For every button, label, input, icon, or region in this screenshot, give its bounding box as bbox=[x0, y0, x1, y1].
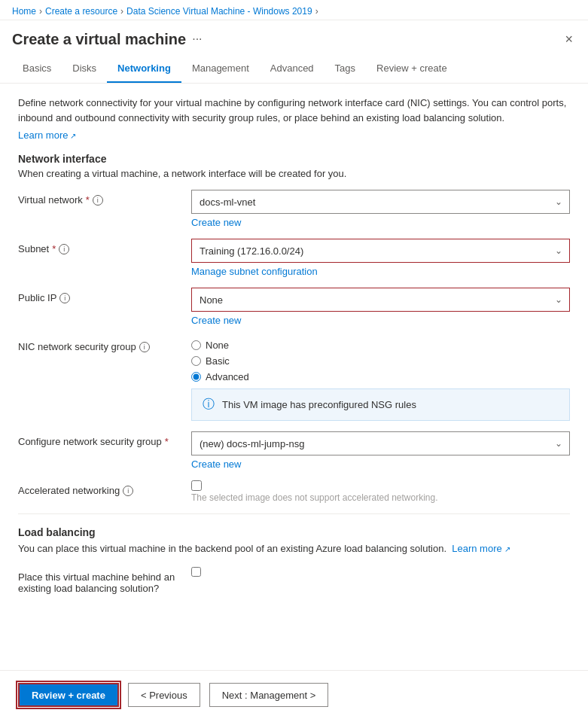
nic-nsg-label: NIC network security group bbox=[18, 341, 136, 352]
public-ip-label: Public IP bbox=[18, 292, 56, 303]
tab-tags[interactable]: Tags bbox=[324, 55, 366, 83]
nic-nsg-none-radio[interactable] bbox=[191, 340, 201, 350]
nic-nsg-info-icon[interactable]: i bbox=[139, 342, 150, 352]
configure-nsg-create-new-link[interactable]: Create new bbox=[191, 459, 241, 470]
public-ip-row: Public IP i None ⌄ Create new bbox=[18, 288, 570, 326]
nic-nsg-basic-radio[interactable] bbox=[191, 356, 201, 366]
subnet-dropdown[interactable]: Training (172.16.0.0/24) bbox=[191, 239, 570, 263]
subnet-dropdown-wrapper: Training (172.16.0.0/24) ⌄ bbox=[191, 239, 570, 263]
breadcrumb-vm-name[interactable]: Data Science Virtual Machine - Windows 2… bbox=[126, 6, 312, 17]
breadcrumb-home[interactable]: Home bbox=[12, 6, 36, 17]
accelerated-networking-checkbox[interactable] bbox=[191, 480, 202, 491]
virtual-network-dropdown-wrapper: docs-ml-vnet ⌄ bbox=[191, 190, 570, 214]
subnet-required: * bbox=[52, 243, 56, 254]
previous-button[interactable]: < Previous bbox=[128, 683, 200, 707]
learn-more-link[interactable]: Learn more bbox=[18, 129, 76, 141]
tab-advanced[interactable]: Advanced bbox=[260, 55, 324, 83]
configure-nsg-row: Configure network security group * (new)… bbox=[18, 431, 570, 470]
breadcrumb: Home › Create a resource › Data Science … bbox=[0, 0, 588, 20]
load-balancing-section: Load balancing You can place this virtua… bbox=[18, 526, 570, 594]
nic-nsg-basic-option[interactable]: Basic bbox=[191, 355, 570, 367]
nic-nsg-row: NIC network security group i None Basic bbox=[18, 337, 570, 421]
network-interface-section-title: Network interface bbox=[18, 153, 570, 165]
accelerated-networking-info-icon[interactable]: i bbox=[123, 486, 133, 496]
public-ip-dropdown-wrapper: None ⌄ bbox=[191, 288, 570, 312]
next-button[interactable]: Next : Management > bbox=[209, 683, 329, 707]
footer: Review + create < Previous Next : Manage… bbox=[0, 670, 588, 719]
subnet-label: Subnet bbox=[18, 243, 49, 254]
manage-subnet-link[interactable]: Manage subnet configuration bbox=[191, 266, 318, 277]
load-balancing-title: Load balancing bbox=[18, 526, 570, 538]
virtual-network-dropdown[interactable]: docs-ml-vnet bbox=[191, 190, 570, 214]
virtual-network-row: Virtual network * i docs-ml-vnet ⌄ Creat… bbox=[18, 190, 570, 228]
nic-nsg-advanced-radio[interactable] bbox=[191, 372, 201, 382]
tab-bar: Basics Disks Networking Management Advan… bbox=[0, 55, 588, 84]
nic-nsg-radio-group: None Basic Advanced bbox=[191, 337, 570, 382]
accelerated-networking-checkbox-row bbox=[191, 480, 570, 491]
load-balancing-learn-more-link[interactable]: Learn more bbox=[452, 543, 510, 554]
nsg-info-message: This VM image has preconfigured NSG rule… bbox=[222, 399, 416, 410]
network-interface-section-desc: When creating a virtual machine, a netwo… bbox=[18, 168, 570, 179]
public-ip-info-icon[interactable]: i bbox=[59, 293, 70, 303]
load-balancing-checkbox-row: Place this virtual machine behind an exi… bbox=[18, 567, 570, 594]
virtual-network-info-icon[interactable]: i bbox=[93, 195, 103, 206]
close-button[interactable]: × bbox=[562, 29, 576, 49]
review-create-button[interactable]: Review + create bbox=[18, 683, 119, 707]
nic-nsg-advanced-option[interactable]: Advanced bbox=[191, 371, 570, 382]
public-ip-create-new-link[interactable]: Create new bbox=[191, 315, 241, 326]
virtual-network-required: * bbox=[86, 194, 90, 206]
nic-nsg-advanced-label: Advanced bbox=[206, 371, 249, 382]
subnet-row: Subnet * i Training (172.16.0.0/24) ⌄ Ma… bbox=[18, 239, 570, 277]
section-divider bbox=[18, 513, 570, 514]
configure-nsg-label: Configure network security group bbox=[18, 436, 162, 447]
tab-description: Define network connectivity for your vir… bbox=[18, 96, 570, 125]
nic-nsg-basic-label: Basic bbox=[206, 355, 230, 367]
virtual-network-create-new-link[interactable]: Create new bbox=[191, 217, 241, 228]
nsg-info-box: ⓘ This VM image has preconfigured NSG ru… bbox=[191, 388, 570, 421]
virtual-network-label: Virtual network bbox=[18, 194, 83, 206]
nsg-info-box-icon: ⓘ bbox=[203, 397, 215, 413]
load-balancing-desc: You can place this virtual machine in th… bbox=[18, 541, 570, 556]
accelerated-networking-note: The selected image does not support acce… bbox=[191, 492, 570, 503]
nic-nsg-none-label: None bbox=[206, 340, 229, 351]
more-options-icon[interactable]: ··· bbox=[192, 32, 202, 46]
page-title: Create a virtual machine bbox=[12, 31, 186, 48]
configure-nsg-dropdown[interactable]: (new) docs-ml-jump-nsg bbox=[191, 431, 570, 455]
tab-management[interactable]: Management bbox=[181, 55, 260, 83]
configure-nsg-required: * bbox=[165, 436, 169, 447]
accelerated-networking-label: Accelerated networking bbox=[18, 485, 120, 496]
configure-nsg-dropdown-wrapper: (new) docs-ml-jump-nsg ⌄ bbox=[191, 431, 570, 455]
accelerated-networking-row: Accelerated networking i The selected im… bbox=[18, 480, 570, 503]
load-balancing-checkbox[interactable] bbox=[191, 567, 201, 577]
tab-review-create[interactable]: Review + create bbox=[366, 55, 458, 83]
nic-nsg-none-option[interactable]: None bbox=[191, 340, 570, 351]
main-content: Define network connectivity for your vir… bbox=[0, 84, 588, 670]
public-ip-dropdown[interactable]: None bbox=[191, 288, 570, 312]
breadcrumb-create-resource[interactable]: Create a resource bbox=[45, 6, 117, 17]
tab-basics[interactable]: Basics bbox=[12, 55, 62, 83]
tab-disks[interactable]: Disks bbox=[62, 55, 107, 83]
subnet-info-icon[interactable]: i bbox=[59, 244, 69, 254]
load-balancing-checkbox-label: Place this virtual machine behind an exi… bbox=[18, 571, 191, 594]
tab-networking[interactable]: Networking bbox=[107, 55, 181, 83]
